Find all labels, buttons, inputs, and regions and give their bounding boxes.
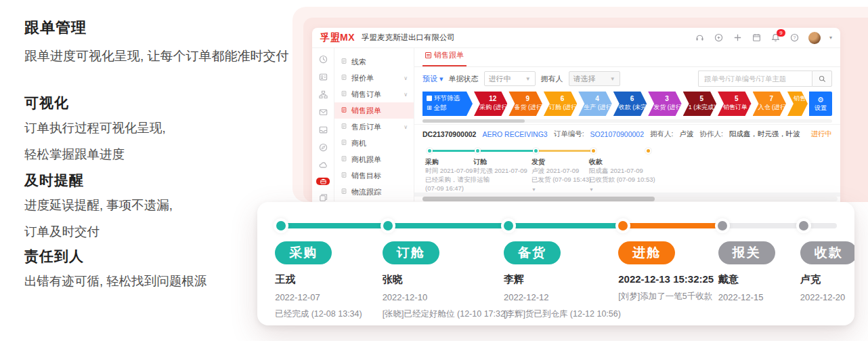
contact-card-icon[interactable]: [318, 72, 328, 82]
preset-dropdown[interactable]: 预设 ▾: [422, 74, 443, 84]
search-input[interactable]: [698, 71, 812, 87]
search-box: [698, 71, 832, 87]
flow-scrollbar-thumb[interactable]: [422, 119, 525, 123]
flow-stage-销售订单 (进行中)[interactable]: 5销售订单 (进行中): [718, 92, 751, 116]
chevron-down-icon[interactable]: ∨: [404, 75, 408, 81]
horizontal-scrollbar: [422, 197, 838, 201]
plus-icon[interactable]: [733, 33, 743, 43]
stage-pill: 报关: [718, 241, 775, 264]
stage-note: [李辉]货已到仓库 (12-12 10:56): [504, 308, 621, 320]
sidebar-item-label: 商机跟单: [351, 155, 381, 165]
sidebar-item-label: 报价单: [351, 73, 374, 83]
stage-label: 发货 (进行中): [653, 104, 681, 111]
feature-line: 进度延误提醒, 事项不遗漏,: [24, 194, 173, 216]
timeline-node[interactable]: [427, 148, 433, 154]
search-button[interactable]: [812, 71, 832, 87]
doc-icon: [341, 58, 347, 66]
tab-sales-tracking[interactable]: 销售跟单: [422, 50, 466, 66]
filter-bar: 预设 ▾ 单据状态 进行中▼ 拥有人 请选择▼: [414, 67, 840, 90]
sidebar-item-物流跟踪[interactable]: 物流跟踪: [334, 184, 414, 200]
stage-count: 4: [584, 94, 610, 103]
stage-owner: 戴意: [718, 273, 775, 286]
order-status-link[interactable]: 进行中: [811, 129, 833, 139]
briefcase-icon-active[interactable]: [316, 178, 330, 185]
owner-label: 拥有人:: [650, 129, 673, 139]
stage-date: 2022-12-12: [504, 292, 621, 302]
bell-icon[interactable]: 9: [771, 33, 781, 43]
settings-label: 设置: [815, 104, 827, 112]
timeline-segment: [429, 150, 536, 152]
sidebar-item-线索[interactable]: 线索: [334, 54, 414, 70]
stage-owner: 李辉: [504, 273, 621, 286]
sidebar-item-销售跟单[interactable]: 销售跟单: [334, 102, 414, 119]
sidebar-item-销售订单[interactable]: 销售订单∨: [334, 86, 414, 102]
flow-stage-采购 (进行中)[interactable]: 12采购 (进行中): [474, 92, 507, 116]
stage-node-报关[interactable]: [718, 221, 727, 230]
stage-node-进舱[interactable]: [618, 221, 628, 230]
flow-stage-备货 (进行中)[interactable]: 9备货 (进行中): [508, 92, 542, 116]
order-no-link[interactable]: SO21070900002: [590, 130, 644, 138]
sidebar-item-label: 商机: [351, 138, 366, 148]
cloud-icon[interactable]: [318, 160, 328, 170]
stage-node-收款[interactable]: [799, 221, 808, 230]
timeline-node[interactable]: [533, 148, 539, 154]
mail-icon[interactable]: [318, 107, 328, 117]
flow-stage-生产 (进行中)[interactable]: 4生产 (进行中): [578, 92, 611, 116]
sidebar-item-售后订单[interactable]: 售后订单∨: [334, 119, 414, 135]
step-line1: 阳成鑫 2021-07-09: [589, 166, 657, 175]
flow-settings-button[interactable]: ⚙设置: [809, 92, 832, 116]
sidebar-item-报价单[interactable]: 报价单∨: [334, 70, 414, 86]
chat-icon[interactable]: [714, 33, 724, 43]
stage-node-采购[interactable]: [276, 221, 286, 230]
doc-icon: [341, 74, 347, 82]
stage-date: 2022-12-15: [718, 292, 775, 302]
stage-node-备货[interactable]: [504, 221, 513, 230]
horizontal-scrollbar-thumb[interactable]: [422, 197, 655, 201]
avatar-caret-icon[interactable]: ▾: [829, 35, 832, 41]
flow-stage-入仓 (进行中)[interactable]: 7入仓 (进行中): [753, 92, 786, 116]
flow-stage-发货 (进行中)[interactable]: 3发货 (进行中): [648, 92, 681, 116]
status-label: 单据状态: [449, 74, 479, 84]
flow-filter-block[interactable]: 环节筛选 ⊞ 全部: [422, 92, 473, 116]
doc-icon: [341, 139, 347, 147]
checkbox-icon[interactable]: [427, 96, 432, 101]
sidebar-item-label: 线索: [351, 57, 366, 67]
sidebar-item-商机跟单[interactable]: 商机跟单: [334, 151, 414, 167]
stage-进舱: 进舱2022-12-13 15:32:25[刘梦]添加了一笔5千收款: [618, 241, 714, 302]
flow-stage-订舱 (进行中)[interactable]: 6订舱 (进行中): [544, 92, 577, 116]
stage-node-订舱[interactable]: [383, 221, 393, 230]
flow-stage-1 (未完成)[interactable]: 51 (未完成): [683, 92, 716, 116]
help-icon[interactable]: ?: [789, 33, 800, 43]
expand-caret-icon[interactable]: ▼: [589, 185, 657, 194]
tab-doc-icon: [425, 52, 431, 58]
chevron-down-icon[interactable]: ∨: [404, 124, 408, 130]
timeline-node[interactable]: [475, 148, 481, 154]
feature-heading: 责任到人: [24, 247, 207, 266]
calendar-icon[interactable]: [752, 33, 762, 43]
inbox-icon[interactable]: [318, 125, 328, 135]
customer-link[interactable]: AERO RECEIVING3: [482, 130, 547, 138]
progress-orange: [620, 223, 719, 228]
status-select[interactable]: 进行中▼: [484, 71, 536, 86]
flow-stage-销售[interactable]: 销售: [787, 92, 808, 116]
dashboard-icon[interactable]: [318, 54, 328, 64]
doc-icon: [341, 90, 347, 98]
user-avatar[interactable]: [808, 32, 821, 44]
owner-select[interactable]: 请选择▼: [569, 71, 620, 86]
feature-line: 轻松掌握跟单进度: [24, 143, 166, 165]
headset-icon[interactable]: [695, 33, 705, 43]
org-icon[interactable]: [318, 89, 328, 100]
chevron-down-icon[interactable]: ∨: [404, 92, 408, 98]
sidebar-item-销售目标[interactable]: 销售目标: [334, 167, 414, 184]
timeline-node[interactable]: [645, 148, 651, 154]
sidebar-item-商机[interactable]: 商机: [334, 135, 414, 151]
compass-icon[interactable]: [318, 142, 328, 153]
page-subtitle: 跟单进度可视化呈现, 让每个订单都能准时交付: [24, 47, 309, 65]
timeline-node[interactable]: [590, 148, 596, 154]
stage-label: 备货 (进行中): [514, 104, 542, 111]
stage-date: 2022-12-20: [800, 292, 854, 302]
owner-label: 拥有人: [541, 74, 563, 84]
stage-date: 2022-12-07: [275, 292, 362, 302]
copy-icon[interactable]: [318, 193, 328, 202]
flow-stage-收款 (未完成)[interactable]: 6收款 (未完成): [613, 92, 647, 116]
